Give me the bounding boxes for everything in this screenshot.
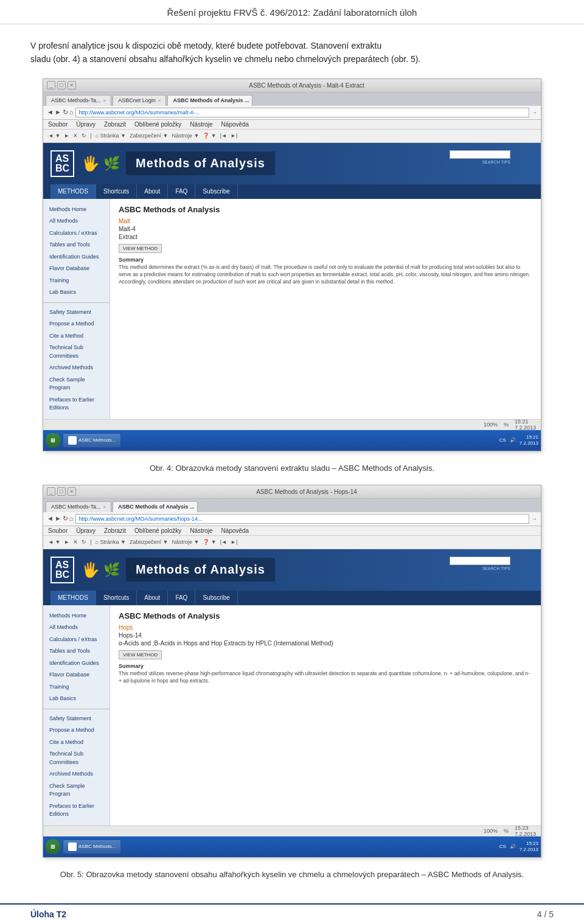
sidebar-flavor[interactable]: Flavor Database — [43, 263, 109, 275]
toolbar-tools[interactable]: Nástroje ▼ — [172, 133, 199, 139]
sidebar5-cite[interactable]: Cite a Method — [43, 737, 109, 749]
back5-btn[interactable]: ◄ — [47, 515, 54, 523]
sidebar-training[interactable]: Training — [43, 275, 109, 287]
home-btn[interactable]: ⌂ — [69, 108, 74, 116]
address-input[interactable] — [75, 108, 529, 117]
sidebar-lab[interactable]: Lab Basics — [43, 287, 109, 299]
sidebar-calculators[interactable]: Calculators / eXtras — [43, 228, 109, 240]
view-method-btn[interactable]: VIEW METHOD — [119, 244, 162, 253]
sidebar5-technical[interactable]: Technical Sub Committees — [43, 748, 109, 768]
close5-btn[interactable]: × — [68, 487, 76, 496]
sidebar5-prefaces[interactable]: Prefaces to Earlier Editions — [43, 801, 109, 821]
nav5-subscribe[interactable]: Subscribe — [195, 591, 237, 605]
toolbar5-refresh[interactable]: ↻ — [82, 539, 86, 545]
toolbar5-home[interactable]: ⌂ Stránka ▼ — [96, 539, 126, 545]
sidebar5-archived[interactable]: Archived Methods — [43, 768, 109, 780]
taskbar5-ie[interactable]: e ASBC Methods... — [63, 839, 121, 854]
nav-methods[interactable]: METHODS — [50, 184, 96, 199]
menu5-napoveda[interactable]: Nápověda — [221, 527, 249, 534]
back-btn[interactable]: ◄ — [47, 108, 54, 116]
sidebar5-check[interactable]: Check Sample Program — [43, 780, 109, 801]
site5-search-input[interactable] — [450, 557, 510, 565]
menu-soubor[interactable]: Soubor — [48, 121, 68, 128]
menu5-zobrazit[interactable]: Zobrazit — [104, 527, 126, 534]
toolbar5-extra[interactable]: ❓ ▼ — [203, 539, 216, 545]
refresh5-btn[interactable]: ↻ — [63, 515, 68, 523]
sidebar5-lab[interactable]: Lab Basics — [43, 693, 109, 705]
toolbar5-security[interactable]: Zabezpečení ▼ — [130, 539, 168, 545]
browser-tab-2[interactable]: ASBCnet Login × — [113, 95, 166, 106]
refresh-btn[interactable]: ↻ — [63, 108, 68, 116]
menu-zobrazit[interactable]: Zobrazit — [104, 121, 126, 128]
toolbar5-back[interactable]: ◄ ▼ — [48, 539, 60, 545]
toolbar-stop[interactable]: ✕ — [73, 133, 78, 139]
sidebar-archived[interactable]: Archived Methods — [43, 362, 109, 374]
sidebar5-tables[interactable]: Tables and Tools — [43, 645, 109, 658]
toolbar-back[interactable]: ◄ ▼ — [48, 133, 60, 139]
browser5-tab-1[interactable]: ASBC Methods-Ta... × — [46, 501, 111, 512]
sidebar-cite[interactable]: Cite a Method — [43, 330, 109, 342]
minimize-btn[interactable]: _ — [47, 81, 55, 89]
tab-close-1[interactable]: × — [103, 98, 106, 103]
sidebar5-flavor[interactable]: Flavor Database — [43, 669, 109, 681]
nav-about[interactable]: About — [137, 184, 168, 199]
tab-close-2[interactable]: × — [158, 98, 161, 103]
address5-input[interactable] — [75, 514, 529, 524]
category-link[interactable]: Malt — [119, 218, 532, 224]
sidebar-methods-home[interactable]: Methods Home — [43, 204, 109, 216]
start-button[interactable]: ⊞ — [46, 433, 60, 448]
nav5-about[interactable]: About — [137, 591, 168, 605]
forward-btn[interactable]: ► — [55, 108, 61, 116]
nav-faq[interactable]: FAQ — [168, 184, 195, 199]
sidebar5-propose[interactable]: Propose a Method — [43, 724, 109, 737]
sidebar-technical[interactable]: Technical Sub Committees — [43, 342, 109, 362]
home5-btn[interactable]: ⌂ — [69, 515, 74, 523]
maximize-btn[interactable]: □ — [57, 81, 66, 89]
menu5-soubor[interactable]: Soubor — [48, 527, 68, 534]
nav-shortcuts[interactable]: Shortcuts — [96, 184, 137, 199]
toolbar5-forward[interactable]: ► — [64, 539, 69, 545]
toolbar-security[interactable]: Zabezpečení ▼ — [130, 133, 168, 139]
browser5-tab-2[interactable]: ASBC Methods of Analysis ... × — [113, 501, 198, 512]
forward5-btn[interactable]: ► — [55, 515, 61, 523]
view-method5-btn[interactable]: VIEW METHOD — [119, 650, 162, 659]
sidebar5-calculators[interactable]: Calculators / eXtras — [43, 634, 109, 646]
browser-tab-1[interactable]: ASBC Methods-Ta... × — [46, 95, 111, 106]
go5-button[interactable]: → — [532, 516, 537, 522]
nav5-shortcuts[interactable]: Shortcuts — [96, 591, 137, 605]
tab5-close-2[interactable]: × — [196, 504, 198, 510]
sidebar5-identification[interactable]: Identification Guides — [43, 658, 109, 670]
toolbar5-nav1[interactable]: |◄ — [220, 539, 227, 545]
toolbar-nav2[interactable]: ►| — [231, 133, 237, 139]
menu5-nastroje[interactable]: Nástroje — [190, 527, 212, 534]
sidebar-all-methods[interactable]: All Methods — [43, 215, 109, 228]
toolbar-extra[interactable]: ❓ ▼ — [203, 133, 216, 139]
sidebar-propose[interactable]: Propose a Method — [43, 318, 109, 330]
toolbar-forward[interactable]: ► — [64, 133, 69, 139]
nav5-faq[interactable]: FAQ — [168, 591, 195, 605]
toolbar5-tools[interactable]: Nástroje ▼ — [172, 539, 199, 545]
menu-nastroje[interactable]: Nástroje — [190, 121, 212, 128]
toolbar5-stop[interactable]: ✕ — [73, 539, 78, 545]
menu5-oblibene[interactable]: Oblíbené položky — [134, 527, 181, 534]
sidebar-prefaces[interactable]: Prefaces to Earlier Editions — [43, 394, 109, 414]
tab-close-3[interactable]: × — [252, 98, 253, 103]
sidebar5-all-methods[interactable]: All Methods — [43, 622, 109, 634]
sidebar-check[interactable]: Check Sample Program — [43, 374, 109, 394]
nav-subscribe[interactable]: Subscribe — [195, 184, 237, 199]
nav5-methods[interactable]: METHODS — [50, 591, 96, 605]
menu-napoveda[interactable]: Nápověda — [221, 121, 249, 128]
toolbar5-nav2[interactable]: ►| — [231, 539, 237, 545]
minimize5-btn[interactable]: _ — [47, 487, 55, 496]
sidebar-safety[interactable]: Safety Statement — [43, 307, 109, 319]
sidebar5-safety[interactable]: Safety Statement — [43, 713, 109, 725]
toolbar-home[interactable]: ⌂ Stránka ▼ — [96, 133, 126, 139]
sidebar-tables[interactable]: Tables and Tools — [43, 239, 109, 251]
close-btn[interactable]: × — [68, 81, 76, 89]
sidebar5-methods-home[interactable]: Methods Home — [43, 610, 109, 622]
tab5-close-1[interactable]: × — [103, 504, 106, 510]
taskbar-ie[interactable]: e ASBC Methods... — [63, 433, 121, 448]
toolbar-refresh[interactable]: ↻ — [82, 133, 86, 139]
menu5-upravy[interactable]: Úpravy — [76, 527, 96, 534]
site-search-input[interactable] — [450, 150, 510, 159]
